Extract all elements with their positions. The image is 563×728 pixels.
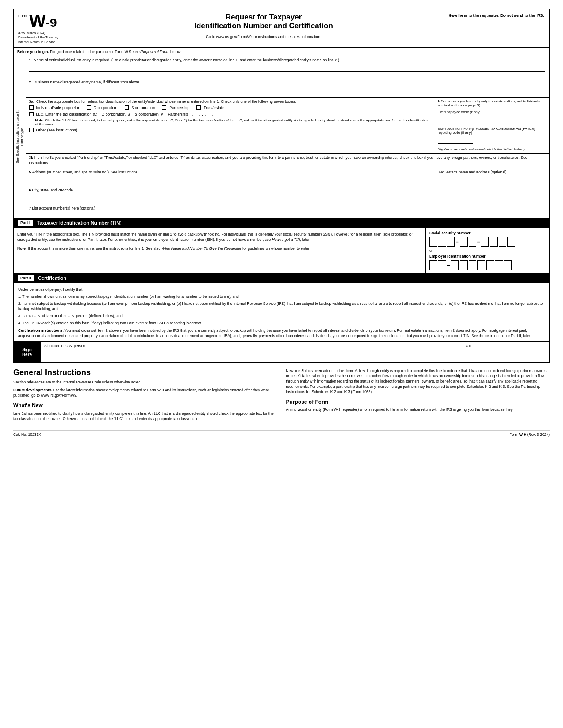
ein-box-1[interactable] <box>429 260 437 270</box>
form-word: Form <box>18 14 27 18</box>
ssn-box-5[interactable] <box>469 237 476 247</box>
tin-section: Enter your TIN in the appropriate box. T… <box>13 228 550 273</box>
gi-right-text: New line 3b has been added to this form.… <box>286 368 550 394</box>
ein-box-4[interactable] <box>460 260 468 270</box>
cb-3b[interactable] <box>65 161 69 165</box>
field6-input[interactable] <box>29 194 546 202</box>
cert-item-4: 4. The FATCA code(s) entered on this for… <box>18 321 545 326</box>
gi-title: General Instructions <box>13 367 277 378</box>
before-begin-text: For guidance related to the purpose of F… <box>50 49 181 54</box>
cert-instructions-label: Certification instructions. <box>18 328 64 333</box>
note-text-content: Check the "LLC" box above and, in the en… <box>35 118 428 126</box>
ein-box-7[interactable] <box>486 260 494 270</box>
field4-number: 4 <box>438 99 441 103</box>
gi-purpose-text: An individual or entity (Form W-9 reques… <box>286 407 550 413</box>
cb-partnership-label: Partnership <box>169 105 189 110</box>
sign-label: Sign Here <box>14 342 40 362</box>
note-label: Note: <box>35 118 44 122</box>
ssn-box-3[interactable] <box>447 237 455 247</box>
tin-left: Enter your TIN in the appropriate box. T… <box>14 228 426 273</box>
ssn-boxes: – – <box>429 237 546 247</box>
cb-individual-row: Individual/sole proprietor C corporation… <box>29 105 431 110</box>
before-begin-label: Before you begin. <box>17 49 49 54</box>
ssn-box-6[interactable] <box>481 237 489 247</box>
ein-box-9[interactable] <box>504 260 512 270</box>
field7-label: List account number(s) here (optional) <box>32 206 96 210</box>
field-7: 7 List account number(s) here (optional) <box>26 204 549 218</box>
ein-box-3[interactable] <box>451 260 459 270</box>
field1-number: 1 <box>29 58 31 62</box>
cb-individual[interactable] <box>29 105 34 110</box>
requester-section: Requester's name and address (optional) <box>434 168 549 186</box>
part2-title: Certification <box>38 275 66 281</box>
field3a-label: Check the appropriate box for federal ta… <box>36 99 296 104</box>
cert-1-text: 1. The number shown on this form is my c… <box>18 294 239 299</box>
cb-ccorp-label: C corporation <box>94 105 117 110</box>
field1-input[interactable] <box>29 64 546 72</box>
ein-boxes: – <box>429 260 546 270</box>
ssn-group2 <box>460 237 476 247</box>
applies-text: (Applies to accounts maintained outside … <box>438 147 545 151</box>
cb-scorp[interactable] <box>125 105 129 110</box>
exempt-payee-input[interactable] <box>438 115 473 123</box>
field5-input[interactable] <box>29 176 431 184</box>
field2-label: Business name/disregarded entity name, i… <box>34 80 140 84</box>
sign-date-label: Date <box>465 344 546 348</box>
gi-whatsnew-text: Line 3a has been modified to clarify how… <box>13 411 277 422</box>
cb-trust-label: Trust/estate <box>204 105 224 110</box>
ssn-dash2: – <box>477 239 480 245</box>
ssn-dash1: – <box>456 239 459 245</box>
form-header: Form W-9 (Rev. March 2024) Department of… <box>13 9 550 48</box>
exempt-payee-block: Exempt payee code (if any) <box>438 110 545 123</box>
field-2: 2 Business name/disregarded entity name,… <box>26 78 549 98</box>
tin-instructions: Enter your TIN in the appropriate box. T… <box>17 232 422 243</box>
date-line[interactable] <box>465 350 546 360</box>
llc-input[interactable] <box>215 112 229 116</box>
cb-llc[interactable] <box>29 112 34 116</box>
sign-signature-area: Signature of U.S. person <box>41 342 461 362</box>
fatca-label: Exemption from Foreign Account Tax Compl… <box>438 127 545 135</box>
ssn-box-7[interactable] <box>490 237 498 247</box>
field3b-number: 3b <box>29 155 34 160</box>
cb-other[interactable] <box>29 128 34 132</box>
llc-label: LLC. Enter the tax classification (C = C… <box>36 112 189 116</box>
ssn-box-8[interactable] <box>499 237 506 247</box>
irs-text: Internal Revenue Service <box>18 40 79 45</box>
cert-instructions-text: You must cross out item 2 above if you h… <box>18 328 531 338</box>
ssn-box-1[interactable] <box>429 237 437 247</box>
cert-item-2: 2. I am not subject to backup withholdin… <box>18 301 545 312</box>
gi-section-refs: Section references are to the Internal R… <box>13 380 277 385</box>
part1-title: Taxpayer Identification Number (TIN) <box>37 220 122 225</box>
cb-ccorp[interactable] <box>87 105 91 110</box>
ein-box-5[interactable] <box>469 260 476 270</box>
ssn-group1 <box>429 237 455 247</box>
ein-box-8[interactable] <box>495 260 503 270</box>
ssn-box-4[interactable] <box>460 237 468 247</box>
field2-input[interactable] <box>29 86 546 94</box>
cb-partnership[interactable] <box>162 105 166 110</box>
ssn-box-2[interactable] <box>438 237 446 247</box>
form-subtitle-block: (Rev. March 2024) Department of the Trea… <box>18 31 79 45</box>
fatca-input[interactable] <box>438 136 473 144</box>
signature-line[interactable] <box>44 350 457 360</box>
part1-label: Part I <box>17 219 34 226</box>
sign-content: Signature of U.S. person Date <box>40 342 549 362</box>
cb-trust[interactable] <box>196 105 201 110</box>
cert-3-text: 3. I am a U.S. citizen or other U.S. per… <box>18 314 123 318</box>
ssn-box-9[interactable] <box>507 237 515 247</box>
main-fields: 1 Name of entity/individual. An entry is… <box>26 56 550 218</box>
give-form-text: Give form to the requester. Do not send … <box>449 13 544 18</box>
w9-logo: W-9 <box>29 12 57 30</box>
footer-cat: Cat. No. 10231X <box>13 432 41 437</box>
field7-number: 7 <box>29 206 32 210</box>
part1-header: Part I Taxpayer Identification Number (T… <box>13 218 550 228</box>
exempt-payee-label: Exempt payee code (if any) <box>438 110 545 114</box>
before-begin-section: Before you begin. For guidance related t… <box>13 48 550 56</box>
field-1: 1 Name of entity/individual. An entry is… <box>26 56 549 78</box>
ein-label: Employer identification number <box>429 254 546 259</box>
form-label-text: Form <box>18 12 27 18</box>
ein-box-6[interactable] <box>477 260 485 270</box>
cb-other-row: Other (see instructions) <box>29 128 431 132</box>
cert-item-1: 1. The number shown on this form is my c… <box>18 294 545 300</box>
ein-box-2[interactable] <box>438 260 446 270</box>
